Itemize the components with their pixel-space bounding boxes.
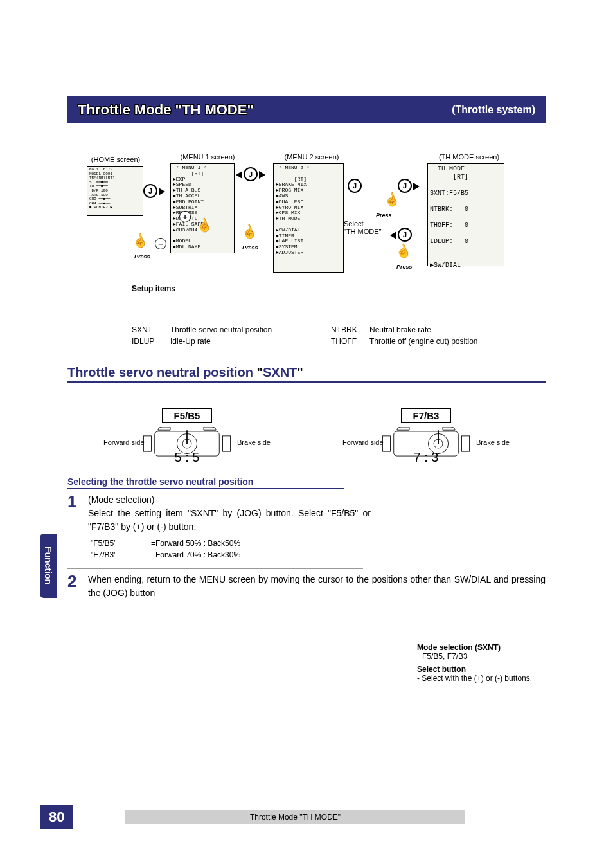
press-label: Press — [242, 244, 258, 251]
menu2-label: (MENU 2 screen) — [273, 153, 350, 161]
setup-desc: Idle-Up rate — [170, 337, 331, 346]
minus-icon: − — [155, 238, 166, 249]
ratio-label-f5b5: F5/B5 — [162, 408, 213, 423]
ratio-figures: F5/B5 Forward side Brake side 5 : 5 F7/B… — [67, 408, 546, 465]
brake-side-label: Brake side — [237, 439, 271, 446]
jog-icon: J — [398, 228, 412, 242]
setup-desc: Neutral brake rate — [369, 325, 530, 334]
home-lcd: No.1 6.7v MODEL-0001 TRM(NR)[RT] ST ━━■━… — [87, 166, 143, 216]
title-left: Throttle Mode "TH MODE" — [78, 102, 452, 118]
setup-desc: Throttle off (engine cut) position — [369, 337, 530, 346]
steps: 1 (Mode selection) Select the setting it… — [67, 493, 546, 600]
step-number: 2 — [67, 573, 83, 600]
setup-key: IDLUP — [132, 337, 170, 346]
setup-items-table: SXNT Throttle servo neutral position NTB… — [132, 325, 546, 346]
selecting-heading: Selecting the throttle servo neutral pos… — [67, 476, 344, 489]
ratio-number: 7 : 3 — [414, 450, 439, 465]
step-number: 1 — [67, 493, 83, 561]
right-column: Mode selection (SXNT) F5/B5, F7/B3 Selec… — [417, 643, 546, 683]
menu2-lcd: * MENU 2 * [RT] ▶BRAKE MIX ▶PROG MIX ▶4W… — [273, 163, 344, 273]
mode-selection-heading: Mode selection (SXNT) — [417, 643, 546, 652]
select-button-desc: - Select with the (+) or (-) buttons. — [417, 674, 546, 683]
brake-side-label: Brake side — [476, 439, 510, 446]
ratio-label-f7b3: F7/B3 — [401, 408, 452, 423]
press-label: Press — [396, 264, 413, 270]
arrow-right-icon — [159, 188, 165, 195]
thmode-lcd: TH MODE [RT] SXNT:F5/B5 NTBRK: 0 THOFF: … — [427, 163, 504, 266]
arrow-right-icon — [413, 183, 420, 190]
section-prefix: Throttle servo neutral position — [67, 365, 256, 379]
title-bar: Throttle Mode "TH MODE" (Throttle system… — [67, 96, 546, 123]
footer-caption: Throttle Mode "TH MODE" — [125, 810, 465, 824]
step1-body: Select the setting item "SXNT" by (JOG) … — [88, 507, 371, 534]
navigation-flow-diagram: (HOME screen) No.1 6.7v MODEL-0001 TRM(N… — [67, 156, 546, 323]
step1-title: (Mode selection) — [88, 493, 546, 507]
setup-key: NTBRK — [331, 325, 369, 334]
select-button-heading: Select button — [417, 665, 546, 674]
mode-selection-values: F5/B5, F7/B3 — [422, 652, 546, 661]
jog-icon: J — [143, 184, 157, 198]
thmode-screen-label: (TH MODE screen) — [427, 153, 511, 161]
title-right: (Throttle system) — [452, 104, 535, 116]
menu1-label: (MENU 1 screen) — [169, 153, 246, 161]
jog-icon: J — [398, 179, 412, 193]
page-footer: 80 Throttle Mode "TH MODE" — [0, 805, 613, 829]
jog-icon: J — [348, 179, 362, 193]
setup-desc: Throttle servo neutral position — [170, 325, 331, 334]
step2-body: When ending, return to the MENU screen b… — [88, 573, 546, 600]
section-name: SXNT — [263, 365, 297, 379]
plus-icon: + — [179, 211, 191, 222]
forward-side-label: Forward side — [342, 439, 384, 446]
codes-table: "F5/B5"=Forward 50% : Back50% "F7/B3"=Fo… — [91, 538, 546, 561]
setup-items-heading: Setup items — [132, 284, 175, 293]
press-label: Press — [134, 253, 150, 260]
page-number: 80 — [40, 805, 73, 829]
arrow-left-icon — [390, 231, 396, 239]
setup-key: THOFF — [331, 337, 369, 346]
home-screen-label: (HOME screen) — [80, 156, 151, 163]
arrow-left-icon — [236, 171, 242, 179]
arrow-right-icon — [259, 171, 265, 179]
ratio-number: 5 : 5 — [175, 450, 200, 465]
menu1-lcd: * MENU 1 * [RT] ▶EXP ▶SPEED ▶TH A.B.S ▶T… — [170, 163, 235, 253]
forward-side-label: Forward side — [103, 439, 145, 446]
jog-icon: J — [244, 167, 258, 181]
press-label: Press — [376, 212, 392, 219]
hand-icon: ☝ — [130, 230, 150, 250]
function-side-tab: Function — [40, 534, 57, 598]
section-heading: Throttle servo neutral position "SXNT" — [67, 365, 546, 383]
divider — [67, 568, 363, 569]
select-thmode-label: Select "TH MODE" — [344, 220, 395, 235]
setup-key: SXNT — [132, 325, 170, 334]
